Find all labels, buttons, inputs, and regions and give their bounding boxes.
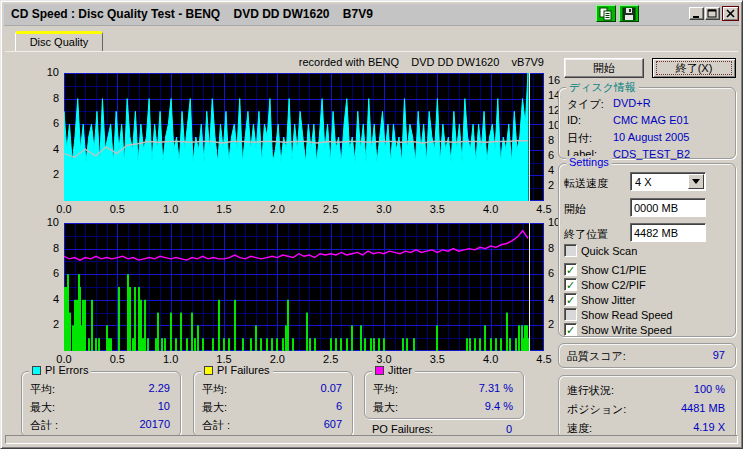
chevron-down-icon — [692, 179, 700, 184]
axis-tick-label: 10 — [21, 216, 59, 228]
checkbox-show-read-speed[interactable]: Show Read Speed — [564, 308, 673, 321]
disc-label-value: CDS_TEST_B2 — [613, 148, 690, 160]
pi-failures-legend-swatch — [204, 366, 213, 375]
po-failures-label: PO Failures: — [372, 423, 433, 435]
total-label: 合計 : — [202, 418, 230, 433]
maximize-button[interactable] — [705, 7, 720, 20]
save-button[interactable] — [619, 5, 639, 22]
checkbox-box — [564, 244, 577, 257]
combo-dropdown-button[interactable] — [688, 174, 704, 189]
close-icon — [725, 9, 736, 18]
axis-tick-label: 1.0 — [157, 353, 185, 365]
disc-type-value: DVD+R — [613, 97, 651, 109]
disc-info-title: ディスク情報 — [566, 80, 639, 95]
focus-rect — [656, 61, 732, 75]
avg-label: 平均: — [30, 382, 55, 397]
start-pos-label: 開始 — [564, 202, 586, 217]
pi-failures-stats-group: PI Failures 平均: 0.07 最大: 6 合計 : 607 — [193, 371, 353, 437]
window-title: CD Speed : Disc Quality Test - BENQ DVD … — [11, 7, 373, 21]
settings-title: Settings — [566, 156, 612, 168]
axis-tick-label: 8 — [21, 242, 59, 254]
tab-disc-quality[interactable]: Disc Quality — [15, 31, 103, 52]
max-value: 9.4 % — [485, 400, 513, 412]
axis-tick-label: 2 — [21, 318, 59, 330]
avg-label: 平均: — [373, 382, 398, 397]
app-window: CD Speed : Disc Quality Test - BENQ DVD … — [0, 0, 743, 449]
axis-tick-label: 4 — [21, 293, 59, 305]
axis-tick-label: 2.5 — [317, 353, 345, 365]
checkbox-show-c1-pie[interactable]: ✓ Show C1/PIE — [564, 263, 646, 276]
pi-errors-plot-canvas — [64, 73, 544, 201]
pi-errors-chart: 2468102468101214160.00.51.01.52.02.53.03… — [21, 61, 561, 221]
close-button[interactable] — [722, 6, 739, 21]
jitter-legend-swatch — [375, 366, 384, 375]
disc-info-group: ディスク情報 タイプ: DVD+R ID: CMC MAG E01 日付: 10… — [558, 87, 736, 159]
disc-date-value: 10 August 2005 — [613, 131, 689, 143]
pi-failures-stats-title: PI Failures — [201, 364, 273, 376]
position-value: 4481 MB — [681, 402, 725, 414]
copy-button[interactable] — [596, 5, 616, 22]
checkbox-quick-scan[interactable]: Quick Scan — [564, 244, 637, 257]
axis-tick-label: 4.0 — [477, 353, 505, 365]
total-value: 607 — [324, 418, 342, 430]
avg-label: 平均: — [202, 382, 227, 397]
checkbox-box — [564, 308, 577, 321]
checkbox-show-c2-pif[interactable]: ✓ Show C2/PIF — [564, 278, 646, 291]
disc-id-label: ID: — [567, 114, 581, 126]
jitter-stats-title: Jitter — [372, 364, 415, 376]
start-pos-input[interactable] — [630, 198, 706, 217]
axis-tick-label: 3.5 — [423, 353, 451, 365]
checkbox-box: ✓ — [564, 323, 577, 336]
disc-date-label: 日付: — [567, 131, 592, 146]
max-label: 最大: — [30, 400, 55, 415]
copy-icon — [599, 7, 613, 21]
exit-button[interactable]: 終了(X) — [652, 58, 736, 78]
axis-tick-label: 6 — [21, 117, 59, 129]
end-pos-label: 終了位置 — [564, 227, 608, 242]
checkbox-show-jitter[interactable]: ✓ Show Jitter — [564, 293, 635, 306]
axis-tick-label: 4 — [21, 143, 59, 155]
max-label: 最大: — [202, 400, 227, 415]
checkbox-box: ✓ — [564, 278, 577, 291]
axis-tick-label: 8 — [21, 92, 59, 104]
maximize-icon — [707, 9, 718, 18]
start-button[interactable]: 開始 — [564, 58, 644, 78]
pi-errors-stats-title: PI Errors — [29, 364, 91, 376]
checkbox-label: Show Write Speed — [581, 324, 672, 336]
axis-tick-label: 10 — [21, 66, 59, 78]
progress-group: 進行状況: 100 % ポジション: 4481 MB 速度: 4.19 X — [558, 375, 736, 439]
save-floppy-icon — [622, 7, 636, 21]
max-value: 6 — [336, 400, 342, 412]
checkbox-label: Show Jitter — [581, 294, 635, 306]
status-bar — [5, 435, 738, 444]
axis-tick-label: 2 — [21, 168, 59, 180]
minimize-button[interactable] — [689, 7, 704, 20]
checkbox-label: Quick Scan — [581, 245, 637, 257]
checkbox-label: Show Read Speed — [581, 309, 673, 321]
position-label: ポジション: — [567, 402, 626, 417]
tab-strip-divider — [5, 51, 738, 52]
end-pos-input[interactable] — [630, 223, 706, 242]
progress-label: 進行状況: — [567, 383, 614, 398]
speed-stat-label: 速度: — [567, 421, 592, 436]
checkbox-box: ✓ — [564, 293, 577, 306]
speed-selected-value: 4 X — [635, 176, 652, 188]
avg-value: 7.31 % — [479, 382, 513, 394]
pi-failures-jitter-chart: 2468102468100.00.51.01.52.02.53.03.54.04… — [21, 211, 561, 371]
minimize-icon — [691, 9, 702, 18]
speed-stat-value: 4.19 X — [693, 421, 725, 433]
pi-failures-jitter-plot-canvas — [64, 223, 544, 351]
avg-value: 0.07 — [321, 382, 342, 394]
quality-score-group: 品質スコア: 97 — [558, 343, 736, 368]
quality-score-label: 品質スコア: — [567, 349, 626, 364]
checkbox-label: Show C2/PIF — [581, 279, 646, 291]
axis-tick-label: 4.5 — [530, 353, 558, 365]
total-value: 20170 — [139, 418, 170, 430]
speed-label: 転送速度 — [564, 176, 608, 191]
checkbox-show-write-speed[interactable]: ✓ Show Write Speed — [564, 323, 672, 336]
progress-value: 100 % — [694, 383, 725, 395]
checkbox-box: ✓ — [564, 263, 577, 276]
disc-id-value: CMC MAG E01 — [613, 114, 689, 126]
speed-combobox[interactable]: 4 X — [630, 172, 706, 191]
pi-errors-legend-swatch — [32, 366, 41, 375]
